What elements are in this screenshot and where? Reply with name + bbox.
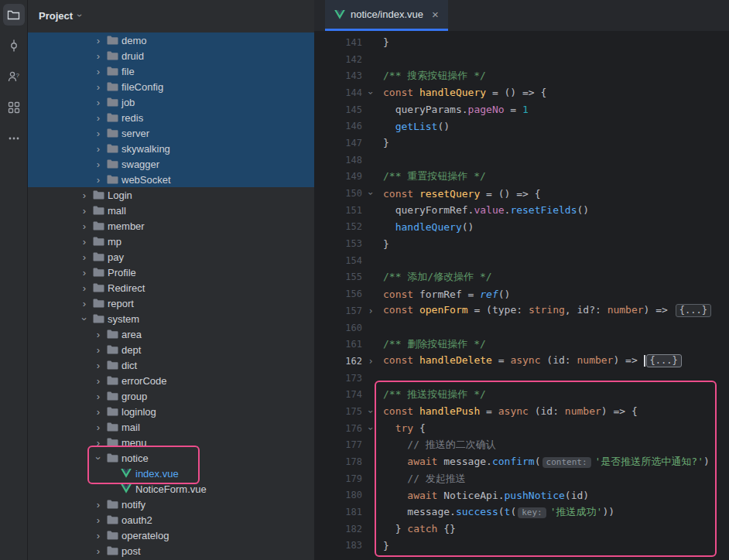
close-icon[interactable]: × [432, 8, 439, 21]
tree-item-redis[interactable]: ›redis [28, 110, 314, 125]
tree-item-demo[interactable]: ›demo [28, 32, 314, 48]
chevron-icon[interactable]: › [77, 267, 91, 278]
commit-button[interactable] [3, 35, 25, 56]
code-line-142[interactable]: 142 [314, 51, 729, 68]
tree-item-druid[interactable]: ›druid [28, 48, 314, 63]
chevron-icon[interactable]: › [91, 514, 105, 526]
tree-item-dept[interactable]: ›dept [28, 342, 314, 357]
tree-item-mail[interactable]: ›mail [28, 419, 314, 435]
fold-marker[interactable]: › [362, 356, 379, 367]
fold-marker[interactable]: › [365, 420, 376, 437]
code-line-183[interactable]: 183} [314, 538, 729, 555]
chevron-icon[interactable]: › [77, 298, 91, 309]
chevron-icon[interactable]: › [91, 35, 105, 46]
pull-requests-button[interactable]: ? [3, 66, 25, 87]
structure-button[interactable] [3, 97, 25, 118]
code-line-151[interactable]: 151 queryFormRef.value.resetFields() [314, 202, 729, 219]
tree-item-Profile[interactable]: ›Profile [28, 265, 314, 280]
fold-marker[interactable]: › [362, 306, 379, 316]
chevron-icon[interactable]: › [91, 499, 105, 510]
chevron-icon[interactable]: › [91, 50, 105, 62]
tree-item-Login[interactable]: ›Login [28, 187, 314, 203]
code-line-182[interactable]: 182 } catch {} [314, 521, 729, 538]
code-line-141[interactable]: 141} [314, 34, 729, 51]
chevron-icon[interactable]: › [77, 190, 91, 201]
code-line-154[interactable]: 154 [314, 252, 729, 269]
chevron-icon[interactable]: › [91, 174, 105, 186]
code-line-149[interactable]: 149/** 重置按钮操作 */ [314, 169, 729, 186]
code-line-179[interactable]: 179 // 发起推送 [314, 470, 729, 487]
tree-item-skywalking[interactable]: ›skywalking [28, 141, 314, 156]
chevron-icon[interactable]: › [91, 375, 105, 387]
code-line-153[interactable]: 153} [314, 235, 729, 252]
tree-item-member[interactable]: ›member [28, 218, 314, 234]
fold-marker[interactable]: › [365, 84, 376, 101]
chevron-icon[interactable]: › [91, 406, 105, 418]
code-line-155[interactable]: 155/** 添加/修改操作 */ [314, 269, 729, 286]
tree-item-notice[interactable]: ›notice [28, 450, 314, 466]
chevron-icon[interactable]: › [91, 143, 105, 155]
tree-item-Redirect[interactable]: ›Redirect [28, 280, 314, 295]
chevron-icon[interactable]: › [91, 81, 105, 93]
tree-item-NoticeForm.vue[interactable]: ›NoticeForm.vue [28, 481, 314, 497]
code-line-180[interactable]: 180 await NoticeApi.pushNotice(id) [314, 487, 729, 504]
code-line-174[interactable]: 174/** 推送按钮操作 */ [314, 386, 729, 403]
tree-item-report[interactable]: ›report [28, 295, 314, 311]
code-editor[interactable]: 141}142143/** 搜索按钮操作 */144›const handleQ… [314, 31, 729, 560]
tree-item-post[interactable]: ›post [28, 543, 314, 558]
tree-item-system[interactable]: ›system [28, 311, 314, 326]
tree-item-swagger[interactable]: ›swagger [28, 156, 314, 172]
chevron-icon[interactable]: › [91, 545, 105, 557]
tree-item-server[interactable]: ›server [28, 125, 314, 141]
tree-item-pay[interactable]: ›pay [28, 249, 314, 265]
code-line-144[interactable]: 144›const handleQuery = () => { [314, 84, 729, 101]
chevron-icon[interactable]: › [93, 451, 104, 465]
code-line-178[interactable]: 178 await message.confirm(content:'是否推送所… [314, 453, 729, 470]
tree-item-file[interactable]: ›file [28, 63, 314, 79]
code-line-148[interactable]: 148 [314, 152, 729, 169]
tree-item-oauth2[interactable]: ›oauth2 [28, 512, 314, 528]
code-line-143[interactable]: 143/** 搜索按钮操作 */ [314, 67, 729, 84]
chevron-icon[interactable]: › [91, 530, 105, 541]
tree-item-mall[interactable]: ›mall [28, 203, 314, 218]
code-line-157[interactable]: 157›const openForm = (type: string, id?:… [314, 302, 729, 319]
tree-item-dict[interactable]: ›dict [28, 357, 314, 373]
code-line-162[interactable]: 162›const handleDelete = async (id: numb… [314, 353, 729, 370]
project-button[interactable] [3, 4, 25, 26]
code-line-145[interactable]: 145 queryParams.pageNo = 1 [314, 101, 729, 118]
tree-item-fileConfig[interactable]: ›fileConfig [28, 79, 314, 94]
tree-item-job[interactable]: ›job [28, 94, 314, 110]
tree-item-notify[interactable]: ›notify [28, 497, 314, 512]
chevron-icon[interactable]: › [91, 97, 105, 108]
chevron-icon[interactable]: › [77, 220, 91, 232]
code-line-175[interactable]: 175›const handlePush = async (id: number… [314, 403, 729, 420]
project-panel-header[interactable]: Project › [28, 0, 314, 31]
code-line-173[interactable]: 173 [314, 370, 729, 387]
code-line-147[interactable]: 147} [314, 135, 729, 152]
tree-item-index.vue[interactable]: ›index.vue [28, 466, 314, 481]
code-line-156[interactable]: 156const formRef = ref() [314, 285, 729, 302]
chevron-icon[interactable]: › [91, 329, 105, 340]
code-line-160[interactable]: 160 [314, 319, 729, 336]
chevron-icon[interactable]: › [91, 112, 105, 124]
tree-item-loginlog[interactable]: ›loginlog [28, 404, 314, 419]
chevron-icon[interactable]: › [91, 360, 105, 371]
code-line-150[interactable]: 150›const resetQuery = () => { [314, 185, 729, 202]
chevron-icon[interactable]: › [77, 251, 91, 263]
chevron-icon[interactable]: › [91, 159, 105, 170]
chevron-icon[interactable]: › [77, 282, 91, 294]
fold-marker[interactable]: › [365, 185, 376, 202]
chevron-icon[interactable]: › [91, 344, 105, 356]
tree-item-operatelog[interactable]: ›operatelog [28, 528, 314, 543]
code-line-146[interactable]: 146 getList() [314, 118, 729, 135]
chevron-icon[interactable]: › [91, 66, 105, 77]
chevron-icon[interactable]: › [91, 422, 105, 433]
code-line-181[interactable]: 181 message.success(t(key:'推送成功')) [314, 504, 729, 521]
code-line-177[interactable]: 177 // 推送的二次确认 [314, 437, 729, 454]
chevron-icon[interactable]: › [91, 437, 105, 449]
tree-item-mp[interactable]: ›mp [28, 234, 314, 249]
chevron-icon[interactable]: › [91, 391, 105, 402]
tree-item-group[interactable]: ›group [28, 388, 314, 404]
fold-marker[interactable]: › [365, 403, 376, 420]
chevron-icon[interactable]: › [77, 236, 91, 248]
